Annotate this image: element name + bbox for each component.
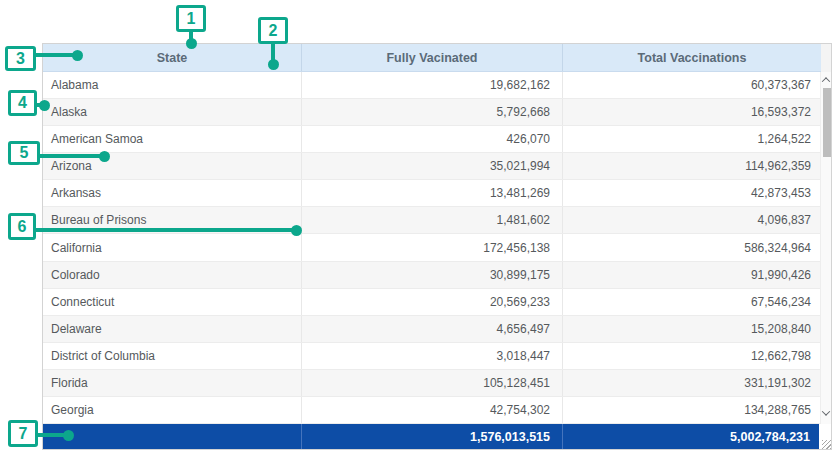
column-header-fully-vaccinated[interactable]: Fully Vacinated xyxy=(302,44,563,71)
cell-total-vaccinations: 12,662,798 xyxy=(563,343,820,369)
cell-total-vaccinations: 42,873,453 xyxy=(563,180,820,206)
summary-cell-state xyxy=(43,424,302,450)
table-row[interactable]: District of Columbia3,018,44712,662,798 xyxy=(43,343,820,370)
scroll-down-button[interactable] xyxy=(821,406,831,420)
callout-3-number: 3 xyxy=(16,50,25,68)
resize-grip-icon xyxy=(822,440,831,449)
scrollbar-thumb[interactable] xyxy=(823,88,831,157)
table-row[interactable]: Connecticut20,569,23367,546,234 xyxy=(43,289,820,316)
callout-6-number: 6 xyxy=(18,218,27,236)
callout-4-number: 4 xyxy=(18,94,27,112)
cell-total-vaccinations: 114,962,359 xyxy=(563,153,820,179)
cell-total-vaccinations: 134,288,765 xyxy=(563,397,820,423)
cell-total-vaccinations: 16,593,372 xyxy=(563,99,820,125)
callout-2: 2 xyxy=(258,17,288,44)
cell-state: Arkansas xyxy=(43,180,302,206)
table-row[interactable]: Alaska5,792,66816,593,372 xyxy=(43,99,820,126)
cell-total-vaccinations: 331,191,302 xyxy=(563,370,820,396)
cell-fully-vaccinated: 105,128,451 xyxy=(302,370,563,396)
cell-total-vaccinations: 1,264,522 xyxy=(563,126,820,152)
cell-total-vaccinations: 15,208,840 xyxy=(563,316,820,342)
callout-5: 5 xyxy=(8,141,40,165)
cell-state: Georgia xyxy=(43,397,302,423)
callout-7: 7 xyxy=(8,420,38,447)
cell-total-vaccinations: 67,546,234 xyxy=(563,289,820,315)
callout-6-dot xyxy=(291,225,302,236)
callout-7-dot xyxy=(63,430,74,441)
callout-3: 3 xyxy=(5,46,36,71)
callout-7-number: 7 xyxy=(19,425,28,443)
annotated-table-screenshot: State Fully Vacinated Total Vaccinations… xyxy=(0,0,833,453)
table-row[interactable]: Arkansas13,481,26942,873,453 xyxy=(43,180,820,207)
table-row[interactable]: Arizona35,021,994114,962,359 xyxy=(43,153,820,180)
callout-3-dot xyxy=(72,50,83,61)
table-row[interactable]: Florida105,128,451331,191,302 xyxy=(43,370,820,397)
cell-fully-vaccinated: 19,682,162 xyxy=(302,72,563,98)
cell-fully-vaccinated: 4,656,497 xyxy=(302,316,563,342)
cell-state: American Samoa xyxy=(43,126,302,152)
cell-state: Delaware xyxy=(43,316,302,342)
cell-state: Connecticut xyxy=(43,289,302,315)
table-row[interactable]: Delaware4,656,49715,208,840 xyxy=(43,316,820,343)
cell-total-vaccinations: 4,096,837 xyxy=(563,207,820,233)
cell-fully-vaccinated: 426,070 xyxy=(302,126,563,152)
column-header-total-vaccinations[interactable]: Total Vaccinations xyxy=(563,44,821,71)
cell-state: Florida xyxy=(43,370,302,396)
cell-fully-vaccinated: 1,481,602 xyxy=(302,207,563,233)
table-row[interactable]: California172,456,138586,324,964 xyxy=(43,234,820,261)
cell-state: District of Columbia xyxy=(43,343,302,369)
table-row[interactable]: Colorado30,899,17591,990,426 xyxy=(43,262,820,289)
cell-total-vaccinations: 586,324,964 xyxy=(563,234,820,260)
callout-6: 6 xyxy=(8,213,36,240)
callout-1-number: 1 xyxy=(187,10,196,28)
cell-fully-vaccinated: 172,456,138 xyxy=(302,234,563,260)
cell-fully-vaccinated: 35,021,994 xyxy=(302,153,563,179)
callout-1-dot xyxy=(186,38,197,49)
table-body: Alabama19,682,16260,373,367Alaska5,792,6… xyxy=(43,72,820,424)
table-header: State Fully Vacinated Total Vaccinations xyxy=(43,44,821,72)
cell-state: Colorado xyxy=(43,262,302,288)
cell-total-vaccinations: 60,373,367 xyxy=(563,72,820,98)
table-row[interactable]: American Samoa426,0701,264,522 xyxy=(43,126,820,153)
cell-total-vaccinations: 91,990,426 xyxy=(563,262,820,288)
cell-state: Alaska xyxy=(43,99,302,125)
scroll-up-button[interactable] xyxy=(821,73,831,87)
summary-total-fully-vaccinated: 1,576,013,515 xyxy=(302,424,563,450)
table-row[interactable]: Georgia42,754,302134,288,765 xyxy=(43,397,820,424)
callout-5-number: 5 xyxy=(20,144,29,162)
summary-total-vaccinations: 5,002,784,231 xyxy=(563,424,819,450)
summary-row: 1,576,013,515 5,002,784,231 xyxy=(43,424,819,450)
cell-fully-vaccinated: 20,569,233 xyxy=(302,289,563,315)
callout-2-dot xyxy=(268,59,279,70)
cell-fully-vaccinated: 42,754,302 xyxy=(302,397,563,423)
callout-5-line xyxy=(37,154,104,158)
callout-6-line xyxy=(33,228,296,232)
callout-2-number: 2 xyxy=(269,22,278,40)
cell-fully-vaccinated: 30,899,175 xyxy=(302,262,563,288)
vertical-scrollbar[interactable] xyxy=(820,72,831,424)
table-row[interactable]: Alabama19,682,16260,373,367 xyxy=(43,72,820,99)
callout-4: 4 xyxy=(8,90,37,116)
header-scrollbar-filler xyxy=(821,44,831,72)
callout-1: 1 xyxy=(176,5,206,32)
cell-state: California xyxy=(43,234,302,260)
chevron-up-icon xyxy=(822,77,830,85)
callout-3-line xyxy=(33,53,77,57)
cell-fully-vaccinated: 3,018,447 xyxy=(302,343,563,369)
cell-state: Alabama xyxy=(43,72,302,98)
cell-fully-vaccinated: 5,792,668 xyxy=(302,99,563,125)
chevron-down-icon xyxy=(822,407,830,415)
callout-5-dot xyxy=(99,151,110,162)
cell-fully-vaccinated: 13,481,269 xyxy=(302,180,563,206)
callout-4-dot xyxy=(39,100,50,111)
